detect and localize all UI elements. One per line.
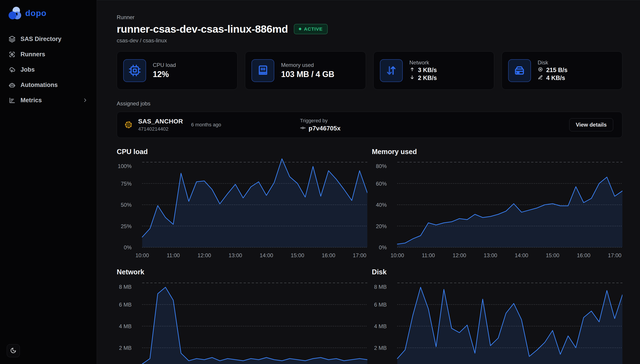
status-dot-icon [299,28,301,30]
svg-text:20%: 20% [376,223,387,229]
sidebar-item-label: Metrics [21,97,42,104]
disk-read-row: 215 B/s [538,67,568,74]
disc-read-icon [538,67,543,74]
svg-text:12:00: 12:00 [198,252,211,258]
sidebar-item-runners[interactable]: Runners [6,48,91,61]
sidebar-item-jobs[interactable]: Jobs [6,63,91,76]
stat-cards: CPU load 12% Memory used 103 MB / 4 GB [117,51,622,90]
network-chart: 8 MB6 MB4 MB2 MB10:0011:0012:0013:0014:0… [117,278,367,364]
chart-cpu-load: CPU load 100%75%50%25%0%10:0011:0012:001… [117,148,367,260]
svg-text:14:00: 14:00 [260,252,273,258]
stat-label: Memory used [281,62,334,68]
svg-text:10:00: 10:00 [136,252,149,258]
svg-text:8 MB: 8 MB [374,284,387,290]
moon-icon [10,347,17,354]
svg-text:25%: 25% [121,223,132,229]
pen-write-icon [538,74,543,82]
status-badge: ACTIVE [294,24,328,34]
stat-value: 12% [153,70,176,79]
chart-title: CPU load [117,148,367,156]
logo[interactable]: dopo [6,6,91,21]
memory-used-chart: 80%60%40%20%0%10:0011:0012:0013:0014:001… [372,158,622,260]
content: Runner runner-csas-dev-csas-linux-886md … [97,0,640,364]
stat-card-disk: Disk 215 B/s 4 KB/s [502,51,622,90]
logo-mark-icon [9,7,22,20]
svg-text:12:00: 12:00 [453,252,466,258]
sidebar-item-automations[interactable]: Automations [6,78,91,92]
disk-write-row: 4 KB/s [538,74,568,82]
stat-value: 103 MB / 4 GB [281,70,334,79]
arrows-up-down-icon [380,59,403,82]
hard-drive-icon [508,59,531,82]
status-badge-label: ACTIVE [304,26,323,32]
sidebar-nav: SAS Directory Runners Jobs [6,32,91,107]
stat-card-memory: Memory used 103 MB / 4 GB [245,51,366,90]
theme-toggle-button[interactable] [7,344,20,357]
page-title: runner-csas-dev-csas-linux-886md [117,23,288,35]
chevron-right-icon [82,97,88,103]
svg-text:2 MB: 2 MB [374,345,387,351]
svg-text:13:00: 13:00 [484,252,497,258]
svg-text:40%: 40% [376,202,387,208]
svg-text:2 MB: 2 MB [119,345,132,351]
svg-text:80%: 80% [376,163,387,169]
brand-name: dopo [25,8,47,18]
cloud-gear-icon [9,66,16,73]
stat-card-cpu: CPU load 12% [117,51,238,90]
bot-icon [9,82,16,88]
sidebar: dopo SAS Directory Runners [0,0,97,364]
sidebar-item-sas-directory[interactable]: SAS Directory [6,32,91,46]
network-down-value: 2 KB/s [418,74,437,82]
git-commit-icon [300,125,306,132]
job-row: SAS_ANCHOR 47140214402 6 months ago Trig… [117,112,622,138]
svg-text:6 MB: 6 MB [374,302,387,308]
stat-label: Disk [538,60,568,66]
breadcrumb: csas-dev / csas-linux [117,38,622,44]
svg-text:8 MB: 8 MB [119,284,132,290]
svg-text:60%: 60% [376,181,387,187]
stat-card-network: Network 3 KB/s 2 KB/s [373,51,494,90]
cpu-load-chart: 100%75%50%25%0%10:0011:0012:0013:0014:00… [117,158,367,260]
sidebar-item-label: SAS Directory [21,36,62,42]
job-timestamp: 6 months ago [191,122,221,128]
page-eyebrow: Runner [117,14,622,20]
svg-text:13:00: 13:00 [229,252,242,258]
sidebar-item-label: Automations [21,82,58,88]
disk-read-value: 215 B/s [546,67,568,74]
chart-title: Disk [372,268,622,276]
cpu-icon [123,59,146,82]
main-area: Runner runner-csas-dev-csas-linux-886md … [97,0,640,364]
svg-text:50%: 50% [121,202,132,208]
network-up-value: 3 KB/s [418,67,437,74]
view-details-button[interactable]: View details [569,118,613,131]
sidebar-item-metrics[interactable]: Metrics [6,94,91,107]
arrow-down-icon [409,74,415,82]
svg-text:75%: 75% [121,181,132,187]
svg-text:16:00: 16:00 [322,252,335,258]
job-name: SAS_ANCHOR [138,118,191,125]
pending-amber-icon [125,122,132,128]
chart-network: Network 8 MB6 MB4 MB2 MB10:0011:0012:001… [117,268,367,364]
svg-text:11:00: 11:00 [167,252,180,258]
svg-text:6 MB: 6 MB [119,302,132,308]
svg-text:100%: 100% [118,163,132,169]
svg-text:17:00: 17:00 [608,252,621,258]
arrow-up-icon [409,67,415,74]
svg-text:4 MB: 4 MB [119,323,132,329]
chart-memory-used: Memory used 80%60%40%20%0%10:0011:0012:0… [372,148,622,260]
svg-text:0%: 0% [379,244,387,250]
triggered-by-label: Triggered by [300,118,340,124]
svg-text:4 MB: 4 MB [374,323,387,329]
svg-text:14:00: 14:00 [515,252,528,258]
network-up-row: 3 KB/s [409,67,437,74]
bar-chart-icon [9,97,16,104]
chart-disk: Disk 8 MB6 MB4 MB2 MB10:0011:0012:0013:0… [372,268,622,364]
assigned-jobs-heading: Assigned jobs [117,100,622,107]
svg-text:11:00: 11:00 [422,252,435,258]
memory-icon [252,59,274,82]
job-id: 47140214402 [138,126,191,132]
svg-text:17:00: 17:00 [353,252,366,258]
stat-label: Network [409,60,437,66]
svg-text:16:00: 16:00 [577,252,590,258]
svg-text:0%: 0% [124,244,132,250]
